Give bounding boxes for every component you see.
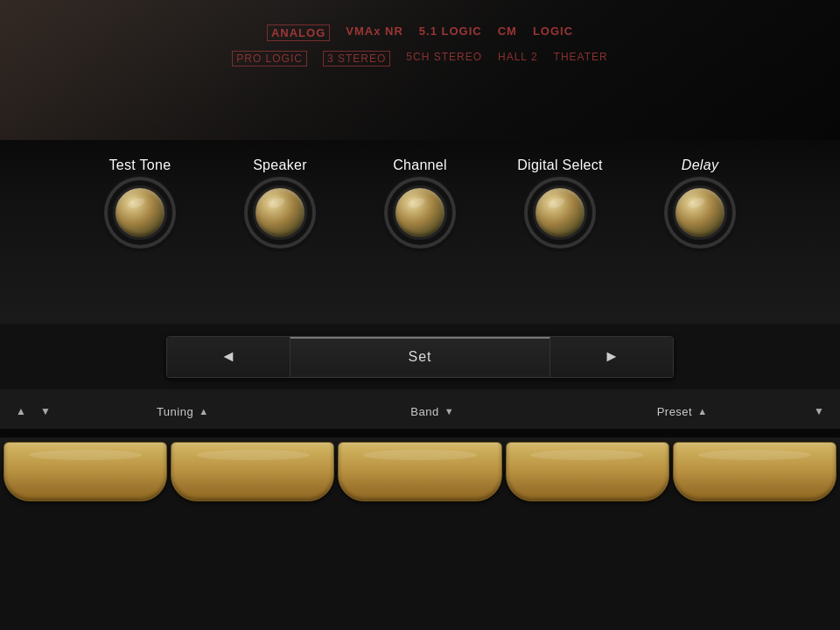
display-row-2: PRO LOGIC 3 STEREO 5CH STEREO HALL 2 THE…: [0, 51, 840, 66]
display-3stereo: 3 STEREO: [323, 51, 390, 66]
speaker-label: Speaker: [253, 158, 307, 173]
channel-label: Channel: [393, 158, 447, 173]
band-label: Band: [410, 405, 438, 418]
display-vmax: VMAx NR: [346, 24, 403, 41]
gold-button-4[interactable]: [506, 442, 669, 501]
display-51logic: 5.1 LOGIC: [419, 24, 482, 41]
bottom-panel: [0, 438, 840, 630]
gold-button-2[interactable]: [171, 442, 334, 501]
nav-inner: ◄ Set ►: [166, 336, 674, 378]
edge-up-arrow[interactable]: ▲: [9, 405, 33, 417]
digital-select-label: Digital Select: [517, 158, 603, 173]
tuning-bar: ▲ ▼ Tuning ▲ Band ▼ Preset ▲ ▼: [0, 389, 840, 433]
display-area: ANALOG VMAx NR 5.1 LOGIC CM LOGIC PRO LO…: [0, 0, 840, 153]
channel-group: Channel: [350, 158, 490, 240]
nav-left-button[interactable]: ◄: [167, 337, 290, 377]
preset-section: Preset ▲: [557, 405, 807, 418]
display-reflection: [0, 0, 840, 153]
channel-button[interactable]: [393, 186, 447, 240]
preset-up-arrow[interactable]: ▲: [697, 406, 707, 416]
test-tone-group: Test Tone: [70, 158, 210, 240]
edge-down-arrow[interactable]: ▼: [33, 405, 58, 417]
tuning-up-arrow[interactable]: ▲: [199, 406, 208, 416]
band-section: Band ▼: [307, 405, 556, 418]
test-tone-button[interactable]: [113, 186, 167, 240]
right-arrow-icon: ►: [604, 347, 620, 366]
button-row: Test Tone Speaker Channel Digital Select…: [0, 140, 840, 240]
display-hall2: HALL 2: [498, 51, 538, 66]
digital-select-group: Digital Select: [490, 158, 630, 240]
nav-bar: ◄ Set ►: [0, 328, 840, 385]
gold-button-3[interactable]: [338, 442, 501, 501]
nav-right-button[interactable]: ►: [550, 337, 673, 377]
test-tone-label: Test Tone: [109, 158, 172, 173]
display-5ch-stereo: 5CH STEREO: [406, 51, 482, 66]
delay-label: Delay: [682, 158, 718, 173]
band-down-arrow[interactable]: ▼: [444, 406, 454, 416]
gold-button-5[interactable]: [673, 442, 836, 501]
edge-right-down-arrow[interactable]: ▼: [807, 405, 831, 417]
display-cm: CM: [498, 24, 517, 41]
display-logic: LOGIC: [533, 24, 573, 41]
display-row-1: ANALOG VMAx NR 5.1 LOGIC CM LOGIC: [0, 24, 840, 41]
delay-button[interactable]: [673, 186, 727, 240]
display-analog: ANALOG: [267, 24, 330, 41]
preset-label: Preset: [657, 405, 693, 418]
speaker-button[interactable]: [253, 186, 307, 240]
display-pro-logic: PRO LOGIC: [232, 51, 307, 66]
speaker-group: Speaker: [210, 158, 350, 240]
set-button[interactable]: Set: [290, 337, 550, 377]
tuning-label: Tuning: [157, 405, 193, 418]
av-receiver: ANALOG VMAx NR 5.1 LOGIC CM LOGIC PRO LO…: [0, 0, 840, 630]
left-arrow-icon: ◄: [220, 347, 236, 366]
button-panel: Test Tone Speaker Channel Digital Select…: [0, 140, 840, 324]
digital-select-button[interactable]: [533, 186, 587, 240]
gold-button-1[interactable]: [4, 442, 167, 501]
display-theater: THEATER: [554, 51, 608, 66]
tuning-section: Tuning ▲: [58, 405, 307, 418]
delay-group: Delay: [630, 158, 770, 240]
